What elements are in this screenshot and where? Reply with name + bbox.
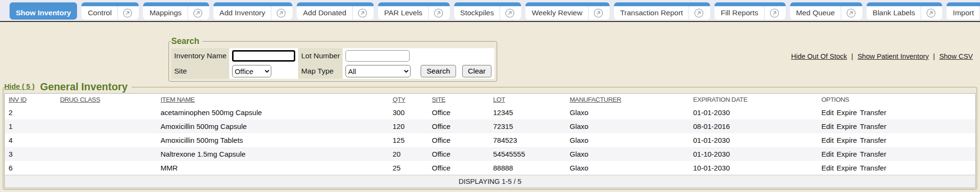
edit-link[interactable]: Edit xyxy=(822,150,834,158)
open-in-new-window-icon[interactable] xyxy=(434,8,444,18)
expire-link[interactable]: Expire xyxy=(836,164,857,172)
search-button[interactable]: Search xyxy=(421,65,456,77)
edit-link[interactable]: Edit xyxy=(822,108,834,117)
cell-site: Office xyxy=(428,133,490,147)
tab-top-stripe xyxy=(614,2,710,6)
tab-divider xyxy=(352,6,353,20)
cell-item-name: acetaminophen 500mg Capsule xyxy=(157,106,389,119)
tab-add-donated[interactable]: Add Donated xyxy=(297,2,374,20)
tab-label: Stockpiles xyxy=(460,9,494,17)
tab-top-stripe xyxy=(867,2,943,6)
column-header-item-name[interactable]: ITEM NAME xyxy=(157,94,389,106)
tab-divider xyxy=(689,6,689,20)
tab-label: Mappings xyxy=(149,9,181,17)
inventory-header-row: INV IDDRUG CLASSITEM NAMEQTYSITELOTMANUF… xyxy=(5,94,976,106)
edit-link[interactable]: Edit xyxy=(822,122,834,130)
transfer-link[interactable]: Transfer xyxy=(860,108,886,117)
open-in-new-window-icon[interactable] xyxy=(769,8,780,18)
cell-expiration-date: 01-10-2030 xyxy=(690,147,818,161)
open-in-new-window-icon[interactable] xyxy=(357,8,368,18)
show-csv-link[interactable]: Show CSV xyxy=(939,53,973,60)
cell-site: Office xyxy=(428,119,490,133)
tab-stockpiles[interactable]: Stockpiles xyxy=(454,2,522,20)
transfer-link[interactable]: Transfer xyxy=(860,150,886,158)
open-in-new-window-icon[interactable] xyxy=(505,8,515,18)
expire-link[interactable]: Expire xyxy=(836,122,857,130)
open-in-new-window-icon[interactable] xyxy=(122,8,133,18)
expire-link[interactable]: Expire xyxy=(836,150,857,158)
cell-expiration-date: 10-01-2030 xyxy=(690,161,818,175)
open-in-new-window-icon[interactable] xyxy=(593,8,603,18)
cell-drug-class xyxy=(56,161,157,175)
map-type-select[interactable]: All xyxy=(345,65,411,77)
tab-divider xyxy=(921,6,921,20)
tab-par-levels[interactable]: PAR Levels xyxy=(378,2,450,20)
tab-mappings[interactable]: Mappings xyxy=(143,2,209,20)
tab-fill-reports[interactable]: Fill Reports xyxy=(714,2,785,20)
column-header-inv-id[interactable]: INV ID xyxy=(5,94,56,106)
tab-top-stripe xyxy=(81,2,139,6)
cell-site: Office xyxy=(428,161,490,175)
open-in-new-window-icon[interactable] xyxy=(926,8,936,18)
expire-link[interactable]: Expire xyxy=(836,108,857,117)
tab-transaction-report[interactable]: Transaction Report xyxy=(614,2,710,20)
map-type-label: Map Type xyxy=(298,64,343,79)
quick-links: Hide Out Of Stock | Show Patient Invento… xyxy=(791,53,973,60)
site-select[interactable]: Office xyxy=(232,65,271,77)
hide-out-of-stock-link[interactable]: Hide Out Of Stock xyxy=(791,53,847,60)
search-panel: Search Inventory Name Lot Number Site Of… xyxy=(168,36,497,82)
open-in-new-window-icon[interactable] xyxy=(694,8,704,18)
cell-manufacturer: Glaxo xyxy=(566,133,690,147)
open-in-new-window-icon[interactable] xyxy=(276,8,286,18)
inventory-row-4: 4Amoxicillin 500mg Tablets125Office78452… xyxy=(5,133,976,147)
search-legend: Search xyxy=(171,36,202,46)
paging-status: DISPLAYING 1-5 / 5 xyxy=(5,175,976,188)
tab-divider xyxy=(117,6,118,20)
tab-import[interactable]: Import xyxy=(947,2,980,20)
cell-inv-id: 2 xyxy=(5,106,56,119)
inventory-row-2: 2acetaminophen 500mg Capsule300Office123… xyxy=(5,106,976,119)
cell-qty: 125 xyxy=(389,133,428,147)
tab-add-inventory[interactable]: Add Inventory xyxy=(213,2,293,20)
tab-label: Med Queue xyxy=(796,9,835,17)
tab-label: Import xyxy=(953,9,974,17)
open-in-new-window-icon[interactable] xyxy=(193,8,203,18)
tab-control[interactable]: Control xyxy=(81,2,139,20)
tab-top-stripe xyxy=(947,2,980,6)
inventory-row-6: 6MMR25Office88888Glaxo10-01-2030EditExpi… xyxy=(5,161,976,175)
expire-link[interactable]: Expire xyxy=(836,136,857,144)
tab-blank-labels[interactable]: Blank Labels xyxy=(867,2,943,20)
tab-divider xyxy=(188,6,188,20)
hide-count-link[interactable]: Hide ( 5 ) xyxy=(4,82,34,90)
tab-top-stripe xyxy=(790,2,862,6)
column-header-site[interactable]: SITE xyxy=(428,94,490,106)
tab-label: Add Inventory xyxy=(220,9,266,17)
column-header-qty[interactable]: QTY xyxy=(389,94,428,106)
tab-weekly-review[interactable]: Weekly Review xyxy=(525,2,610,20)
open-in-new-window-icon[interactable] xyxy=(846,8,856,18)
column-header-drug-class[interactable]: DRUG CLASS xyxy=(56,94,157,106)
cell-qty: 25 xyxy=(389,161,428,175)
column-header-manufacturer[interactable]: MANUFACTURER xyxy=(566,94,690,106)
tab-top-stripe xyxy=(378,2,450,6)
cell-drug-class xyxy=(56,147,157,161)
lot-number-input[interactable] xyxy=(345,50,410,62)
tab-med-queue[interactable]: Med Queue xyxy=(790,2,862,20)
cell-drug-class xyxy=(56,133,157,147)
show-patient-inventory-link[interactable]: Show Patient Inventory xyxy=(858,53,929,60)
cell-lot: 88888 xyxy=(490,161,566,175)
cell-item-name: Amoxicillin 500mg Capsule xyxy=(157,119,389,133)
transfer-link[interactable]: Transfer xyxy=(860,136,886,144)
tab-divider xyxy=(428,6,429,20)
tab-top-stripe xyxy=(10,2,77,6)
tab-show-inventory[interactable]: Show Inventory xyxy=(10,2,77,20)
edit-link[interactable]: Edit xyxy=(822,136,834,144)
transfer-link[interactable]: Transfer xyxy=(860,122,886,130)
column-header-lot[interactable]: LOT xyxy=(490,94,566,106)
clear-button[interactable]: Clear xyxy=(462,65,491,77)
edit-link[interactable]: Edit xyxy=(822,164,834,172)
transfer-link[interactable]: Transfer xyxy=(860,164,886,172)
inventory-name-input[interactable] xyxy=(232,50,295,62)
cell-qty: 120 xyxy=(389,119,428,133)
tab-top-stripe xyxy=(714,2,785,6)
